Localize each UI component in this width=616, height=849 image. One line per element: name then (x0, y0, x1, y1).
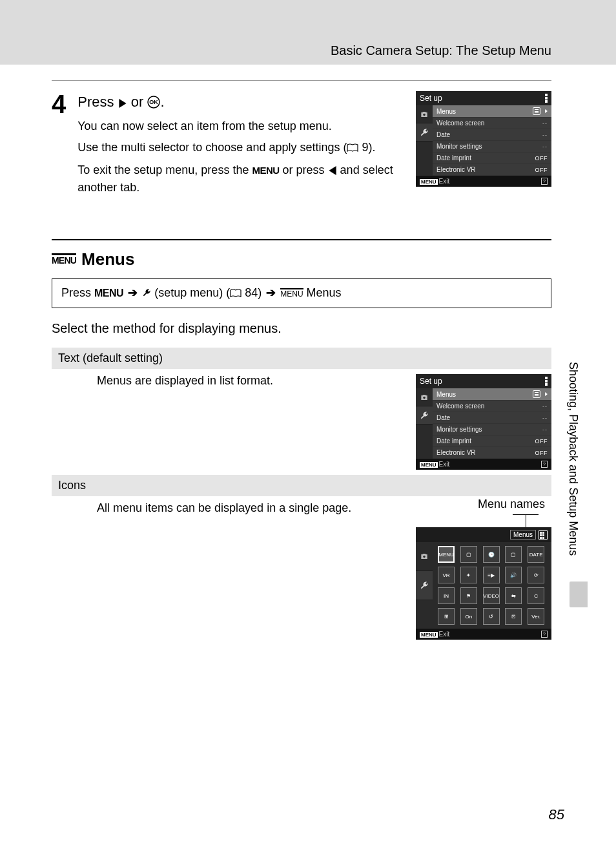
icon-cell: ⇆ (505, 587, 522, 604)
menu-text-icon: MENU (94, 288, 123, 299)
lcd-item: Date-- (433, 129, 551, 141)
wrench-icon (142, 286, 151, 299)
menu-names-callout: Menu names (478, 498, 545, 511)
icon-cell: ↺ (483, 608, 500, 625)
bars-icon (545, 377, 548, 386)
side-section-label: Shooting, Playback and Setup Menus (566, 362, 580, 569)
option-heading-icons: Icons (52, 475, 551, 496)
play-right-icon (118, 94, 127, 110)
lcd-tabs (416, 105, 433, 176)
lcd-item: Date-- (433, 412, 551, 424)
camera-lcd-setup-2: Set up Menus Welcome screen- (416, 374, 551, 470)
menus-intro: Select the method for displaying menus. (52, 321, 551, 336)
icon-cell: DATE (528, 546, 544, 563)
section-divider (52, 239, 551, 240)
menu-path-box: Press MENU ➔ (setup menu) ( 84) ➔ MENU M… (52, 278, 551, 308)
wrench-tab-icon (416, 571, 433, 600)
step-number: 4 (52, 91, 66, 117)
play-left-icon (328, 163, 337, 176)
icon-grid: MENU ▢ 🕒 ▢ DATE VR ✦ ≡▶ 🔊 ⟳ IN ⚑ VIDEO ⇆… (433, 542, 551, 629)
svg-point-0 (423, 113, 426, 116)
lcd-item-menus: Menus (433, 105, 551, 118)
lcd-item: Welcome screen-- (433, 118, 551, 129)
lcd-footer: MENUExit ? (416, 629, 551, 640)
lcd-item: Electronic VROFF (433, 447, 551, 459)
svg-text:OK: OK (150, 99, 159, 105)
lcd-title-bar: Set up (416, 91, 551, 105)
icon-cell: ⟳ (528, 567, 544, 583)
step-body: Set up Menus (77, 94, 551, 200)
svg-point-4 (423, 556, 426, 558)
icon-cell: IN (438, 587, 455, 604)
icon-cell: On (460, 608, 477, 625)
camera-tab-icon (416, 542, 433, 571)
step-4: 4 Set up (52, 94, 551, 200)
icon-cell: ⊡ (505, 608, 522, 625)
option-body-text: Set up Menus Welcome screen- (52, 374, 551, 470)
icon-cell: Ver. (528, 608, 544, 625)
lcd-tabs (416, 542, 433, 629)
book-icon (347, 140, 358, 158)
lcd-icons-top: Menus (416, 527, 551, 542)
camera-lcd-setup-1: Set up Menus (416, 91, 551, 187)
camera-tab-icon (416, 388, 433, 406)
option-body-icons: Menu names Menus MENU ▢ 🕒 ▢ DATE (52, 501, 551, 640)
lcd-title: Set up (420, 94, 442, 103)
menu-chip-icon: MENU (52, 253, 76, 266)
option-description: All menu items can be displayed in a sin… (52, 501, 551, 515)
lcd-tabs (416, 388, 433, 459)
page-content: 4 Set up (0, 80, 616, 640)
lcd-title: Set up (420, 377, 442, 386)
wrench-tab-icon (416, 123, 433, 142)
camera-lcd-icons: Menus MENU ▢ 🕒 ▢ DATE VR ✦ ≡▶ 🔊 (416, 527, 551, 640)
callout-line (526, 514, 526, 527)
svg-point-3 (423, 396, 426, 399)
camera-tab-icon (416, 105, 433, 123)
chevron-right-icon (545, 392, 548, 396)
icon-cell: ▢ (505, 546, 522, 563)
lcd-item: Monitor settings-- (433, 141, 551, 152)
page-header-title: Basic Camera Setup: The Setup Menu (331, 43, 551, 58)
icon-cell: 🕒 (483, 546, 500, 563)
icon-cell: C (528, 587, 544, 604)
lcd-footer: MENUExit ? (416, 176, 551, 187)
icon-cell: MENU (438, 546, 455, 563)
wrench-tab-icon (416, 406, 433, 424)
icon-cell: VIDEO (483, 587, 500, 604)
icon-cell: ✦ (460, 567, 477, 583)
menus-heading-text: Menus (81, 249, 134, 269)
lcd-title-bar: Set up (416, 374, 551, 388)
lcd-item: Date imprintOFF (433, 435, 551, 447)
bars-icon (545, 94, 548, 103)
help-icon: ? (541, 178, 548, 185)
lcd-list: Menus Welcome screen-- Date-- Monitor se… (433, 388, 551, 459)
icon-cell: ⊞ (438, 608, 455, 625)
icon-cell: VR (438, 567, 455, 583)
divider (52, 80, 551, 81)
list-icon (533, 390, 540, 398)
page-number: 85 (549, 806, 564, 823)
arrow-right-icon: ➔ (266, 286, 276, 299)
icon-cell: 🔊 (505, 567, 522, 583)
page-header-bar: Basic Camera Setup: The Setup Menu (0, 0, 616, 65)
chevron-right-icon (545, 109, 548, 113)
lcd-footer: MENUExit ? (416, 459, 551, 470)
menu-text-icon: MENU (252, 165, 279, 176)
lcd-item-menus: Menus (433, 388, 551, 401)
lcd-item: Date imprintOFF (433, 152, 551, 164)
grid-icon (539, 530, 548, 540)
ok-button-icon: OK (147, 96, 160, 112)
menu-chip-icon: MENU (280, 288, 303, 299)
option-heading-text: Text (default setting) (52, 348, 551, 369)
menus-heading: MENU Menus (52, 249, 551, 269)
lcd-list: Menus Welcome screen-- Date-- Monitor se… (433, 105, 551, 176)
help-icon: ? (541, 631, 548, 638)
icon-cell: ⚑ (460, 587, 477, 604)
lcd-item: Welcome screen-- (433, 401, 551, 412)
side-thumb-tab (570, 582, 588, 607)
icon-cell: ▢ (460, 546, 477, 563)
lcd-item: Monitor settings-- (433, 424, 551, 435)
book-icon (230, 288, 241, 301)
help-icon: ? (541, 461, 548, 468)
arrow-right-icon: ➔ (128, 286, 138, 299)
